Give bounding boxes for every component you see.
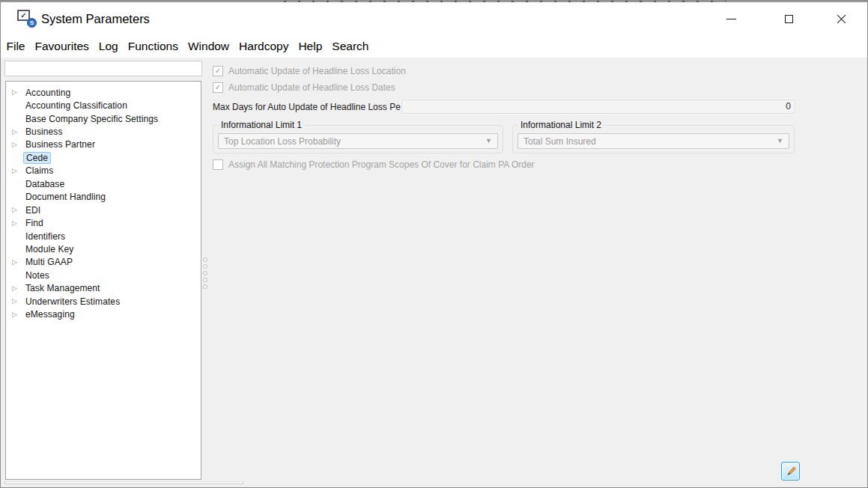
tree-item-label: Find — [23, 217, 46, 229]
tree-item-label: Multi GAAP — [23, 256, 75, 268]
checkbox-label: Assign All Matching Protection Program S… — [228, 159, 535, 170]
checkbox-checked-icon: ✓ — [213, 66, 223, 76]
checkbox-auto-update-headline-loss-location: ✓ Automatic Update of Headline Loss Loca… — [213, 65, 406, 77]
informational-limit-2-group: Informational Limit 2 Total Sum Insured … — [512, 125, 795, 153]
tree-item-edi[interactable]: ▷ EDI — [6, 204, 201, 216]
expander-icon[interactable]: ▷ — [12, 298, 23, 305]
menu-help[interactable]: Help — [294, 34, 327, 58]
edit-mode-button[interactable] — [781, 462, 800, 481]
tree-item-label: Module Key — [23, 243, 76, 255]
tree-item-label: Base Company Specific Settings — [23, 113, 160, 125]
expander-icon[interactable]: ▷ — [12, 129, 23, 135]
minimize-icon — [726, 19, 736, 19]
tree-item-accounting[interactable]: ▷ Accounting — [6, 86, 201, 99]
menu-bar: File Favourites Log Functions Window Har… — [1, 34, 867, 58]
expander-icon[interactable]: ▷ — [12, 141, 23, 148]
max-days-label: Max Days for Auto Update of Headline Los… — [213, 102, 416, 112]
checkbox-unchecked-icon — [213, 159, 223, 170]
expander-icon[interactable]: ▷ — [12, 285, 23, 292]
tree-item-label: Task Management — [23, 282, 103, 294]
tree-item-database[interactable]: Database — [6, 177, 201, 190]
dropdown-selected-value: Top Location Loss Probability — [224, 136, 341, 147]
expander-icon[interactable]: ▷ — [12, 311, 23, 318]
menu-search[interactable]: Search — [327, 34, 374, 58]
tree-item-label: EDI — [23, 204, 43, 216]
informational-limit-1-group: Informational Limit 1 Top Location Loss … — [213, 125, 503, 153]
tree-item-label: Database — [23, 178, 67, 190]
tree-item-claims[interactable]: ▷ Claims — [6, 165, 201, 177]
tree-item-base-company-specific-settings[interactable]: Base Company Specific Settings — [6, 112, 201, 125]
maximize-icon — [785, 15, 793, 23]
menu-log[interactable]: Log — [94, 34, 123, 58]
tree-item-module-key[interactable]: Module Key — [6, 243, 201, 255]
tree-item-label: Accounting Classification — [23, 100, 130, 112]
tree-item-emessaging[interactable]: ▷ eMessaging — [6, 308, 201, 320]
chevron-down-icon: ▼ — [485, 138, 492, 144]
tree-item-label: Business Partner — [23, 138, 97, 150]
group-title: Informational Limit 2 — [518, 120, 604, 130]
tree-item-find[interactable]: ▷ Find — [6, 216, 201, 229]
tree-item-business-partner[interactable]: ▷ Business Partner — [6, 138, 201, 151]
dropdown-selected-value: Total Sum Insured — [523, 136, 596, 147]
tree-item-multi-gaap[interactable]: ▷ Multi GAAP — [6, 256, 201, 269]
tree-item-label-selected: Cede — [23, 152, 51, 164]
menu-hardcopy[interactable]: Hardcopy — [234, 34, 294, 58]
close-icon — [837, 14, 846, 24]
tree-item-document-handling[interactable]: Document Handling — [6, 191, 201, 204]
tree-item-label: Accounting — [23, 87, 73, 99]
tree-item-accounting-classification[interactable]: Accounting Classification — [6, 99, 201, 112]
menu-window[interactable]: Window — [183, 34, 234, 58]
menu-favourites[interactable]: Favourites — [30, 34, 94, 58]
tree-item-task-management[interactable]: ▷ Task Management — [6, 282, 201, 295]
settings-badge-icon: S — [27, 18, 37, 28]
tree-item-notes[interactable]: Notes — [6, 269, 201, 281]
menu-functions[interactable]: Functions — [123, 34, 183, 58]
horizontal-scrollbar[interactable] — [4, 481, 243, 484]
group-title: Informational Limit 1 — [218, 120, 305, 130]
expander-icon[interactable]: ▷ — [12, 207, 23, 213]
tree-item-label: Document Handling — [23, 191, 108, 203]
parameter-tree: ▷ Accounting Accounting Classification B… — [5, 81, 201, 480]
tree-item-label: Claims — [23, 165, 55, 177]
tree-item-label: Notes — [23, 269, 52, 281]
max-days-field: 0 — [401, 100, 795, 114]
panel-splitter-grip[interactable] — [203, 257, 207, 289]
pencil-icon — [785, 466, 797, 478]
grip-dot — [203, 284, 207, 289]
maximize-button[interactable] — [773, 6, 804, 31]
window-title: System Parameters — [41, 12, 150, 26]
tree-item-business[interactable]: ▷ Business — [6, 125, 201, 138]
tree-item-label: eMessaging — [23, 308, 77, 320]
grip-dot — [203, 271, 207, 275]
expander-icon[interactable]: ▷ — [12, 89, 23, 96]
checkbox-assign-matching-protection-program: Assign All Matching Protection Program S… — [213, 159, 535, 171]
tree-item-label: Business — [23, 126, 65, 138]
app-icon: ✓ S — [17, 10, 37, 28]
expander-icon[interactable]: ▷ — [12, 259, 23, 266]
title-bar[interactable]: ✓ S System Parameters — [1, 2, 867, 34]
checkbox-label: Automatic Update of Headline Loss Dates — [228, 82, 395, 93]
tree-filter-input[interactable] — [4, 61, 202, 76]
tree-item-underwriters-estimates[interactable]: ▷ Underwriters Estimates — [6, 295, 201, 308]
checkbox-auto-update-headline-loss-dates: ✓ Automatic Update of Headline Loss Date… — [213, 82, 395, 94]
tree-item-label: Identifiers — [23, 231, 67, 243]
minimize-button[interactable] — [715, 6, 747, 31]
expander-icon[interactable]: ▷ — [12, 220, 23, 227]
chevron-down-icon: ▼ — [777, 138, 783, 144]
tree-item-cede[interactable]: Cede — [6, 151, 201, 164]
checkbox-checked-icon: ✓ — [213, 82, 223, 93]
close-button[interactable] — [825, 6, 857, 31]
system-parameters-window: ✓ S System Parameters File Favourites Lo… — [0, 0, 868, 488]
informational-limit-2-dropdown: Total Sum Insured ▼ — [518, 133, 789, 149]
tree-item-identifiers[interactable]: Identifiers — [6, 230, 201, 243]
grip-dot — [203, 278, 207, 282]
informational-limit-1-dropdown: Top Location Loss Probability ▼ — [218, 133, 498, 149]
grip-dot — [203, 264, 207, 269]
tree-item-label: Underwriters Estimates — [23, 296, 122, 308]
menu-file[interactable]: File — [1, 34, 30, 58]
expander-icon[interactable]: ▷ — [12, 168, 23, 174]
checkbox-label: Automatic Update of Headline Loss Locati… — [228, 66, 406, 76]
grip-dot — [203, 257, 207, 262]
